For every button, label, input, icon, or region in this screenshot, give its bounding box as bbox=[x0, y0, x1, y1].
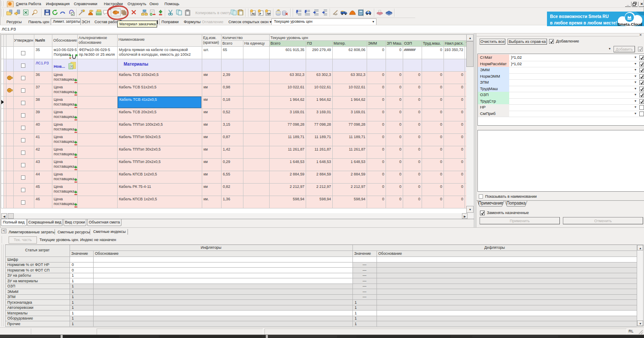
svg-text:ПР: ПР bbox=[267, 12, 271, 15]
svg-text:Smeta.Cloud: Smeta.Cloud bbox=[617, 22, 642, 26]
svg-text:ЛС: ЛС bbox=[252, 12, 256, 15]
svg-text:Р: Р bbox=[259, 12, 261, 15]
